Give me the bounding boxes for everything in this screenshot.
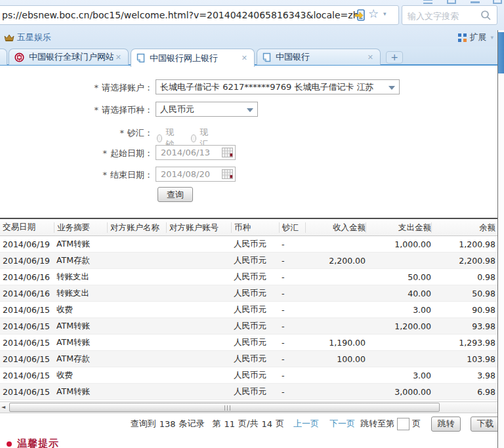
table-row[interactable]: 2014/06/15ATM转账人民币元-3,000.006.98 [0, 384, 504, 400]
account-select[interactable]: 长城电子借记卡 6217******9769 长城电子借记卡 江苏 [156, 79, 400, 94]
table-row[interactable]: 2014/06/15收费人民币元-3.0090.98 [0, 302, 504, 318]
required-mark: * [94, 105, 99, 115]
table-cell: - [279, 338, 305, 348]
tab-boc-portal[interactable]: 中国银行全球门户网站 ✕ [9, 49, 129, 65]
end-date-value: 2014/08/20 [161, 169, 210, 179]
table-row[interactable]: 2014/06/15ATM存款人民币元-100.00103.98 [0, 351, 504, 367]
table-cell: 103.98 [431, 354, 495, 364]
new-tab-button[interactable]: + [386, 51, 403, 64]
address-bar[interactable]: ps://ebsnew.boc.cn/boc15/welcome.html?v=… [0, 5, 399, 25]
record-count: 138 [159, 419, 176, 429]
pagination-bar: 查询到 138 条记录 第 11 页/共 14 页 上一页 下一页 跳转至第 页… [131, 416, 500, 432]
tab-label[interactable]: 中国银行网上银行 [150, 52, 218, 64]
end-date-input[interactable]: 2014/08/20 [156, 167, 236, 182]
url-text[interactable]: ps://ebsnew.boc.cn/boc15/welcome.html?v=… [2, 10, 359, 20]
calendar-icon[interactable] [222, 148, 233, 157]
table-row[interactable]: 2014/06/15ATM转账人民币元-1,190.001,293.98 [0, 335, 504, 351]
required-mark: * [103, 148, 108, 158]
search-placeholder: 输入文字搜索 [408, 10, 459, 22]
prev-page-link[interactable]: 上一页 [293, 418, 319, 430]
tab-boc-online-banking-active[interactable]: 中国银行网上银行 ✕ [131, 49, 255, 67]
download-button[interactable]: 下载 [471, 417, 500, 432]
browser-toolbar: ps://ebsnew.boc.cn/boc15/welcome.html?v=… [0, 0, 504, 47]
table-row[interactable]: 2014/06/16转账支出人民币元-40.0050.98 [0, 285, 504, 302]
extensions-button[interactable]: 扩展 ▾ [458, 31, 494, 43]
restore-window-icon[interactable] [447, 0, 456, 4]
table-cell: 2014/06/19 [3, 256, 54, 266]
table-cell: 40.00 [366, 289, 431, 298]
table-row[interactable]: 2014/06/19ATM存款人民币元-2,200.002,200.98 [0, 253, 504, 269]
currency-select[interactable]: 人民币元 [156, 102, 258, 117]
table-cell: - [279, 321, 305, 331]
tab-label[interactable]: 中国银行 [276, 51, 310, 63]
close-tab-icon[interactable]: ✕ [114, 53, 123, 62]
table-cell: 2014/06/15 [3, 387, 54, 397]
jump-prefix: 跳转至第 [360, 418, 394, 430]
tab-label[interactable]: 中国银行全球门户网站 [29, 51, 114, 63]
tab-strip: 中国银行全球门户网站 ✕ 中国银行网上银行 ✕ 中国银行 ✕ + [0, 47, 504, 66]
table-row[interactable]: 2014/06/15ATM转账人民币元-1,200.0093.98 [0, 318, 504, 335]
vertical-scrollbar[interactable] [497, 30, 504, 448]
start-date-value: 2014/06/13 [161, 148, 210, 157]
transactions-table: 交易日期业务摘要对方账户名称对方账户账号币种钞汇收入金额支出金额余额 2014/… [0, 218, 504, 400]
favorite-star-icon[interactable]: ☆ [368, 7, 379, 20]
radio-icon[interactable] [157, 134, 162, 142]
table-row[interactable]: 2014/06/19ATM转账人民币元-1,000.001,200.98 [0, 236, 504, 253]
table-cell: 人民币元 [231, 239, 279, 250]
table-cell: 1,200.00 [366, 321, 431, 331]
favorite-dropdown-icon[interactable]: ▾ [383, 10, 387, 17]
query-button[interactable]: 查询 [158, 187, 193, 202]
table-cell: 1,200.98 [431, 239, 495, 249]
table-cell: 人民币元 [231, 321, 279, 332]
scrollbar-grip-icon [224, 405, 232, 411]
bookmark-item[interactable]: 五星娱乐 [4, 31, 51, 43]
maximize-icon[interactable] [493, 0, 502, 4]
jump-button[interactable]: 跳转 [431, 417, 461, 432]
jump-page-input[interactable] [397, 418, 410, 430]
table-cell: 2,200.00 [305, 256, 366, 266]
extensions-label[interactable]: 扩展 [469, 31, 486, 43]
of-label: 页/共 [238, 418, 258, 430]
close-tab-icon[interactable]: ✕ [240, 54, 249, 62]
currency-label: *请选择币种： [0, 104, 153, 116]
table-cell: ATM转账 [54, 239, 107, 250]
tips-section: 温馨提示 [7, 438, 59, 448]
table-cell: 2014/06/15 [3, 338, 54, 348]
send-to-phone-icon[interactable] [354, 9, 365, 21]
extensions-dropdown-icon[interactable]: ▾ [490, 34, 494, 41]
next-page-link[interactable]: 下一页 [329, 418, 355, 430]
bookmark-label[interactable]: 五星娱乐 [17, 31, 51, 43]
chevron-down-icon[interactable] [388, 86, 395, 90]
tab-boc[interactable]: 中国银行 ✕ [257, 49, 381, 65]
vertical-scrollbar-thumb[interactable] [498, 32, 504, 73]
radio-icon[interactable] [191, 134, 196, 142]
close-tab-icon[interactable]: ✕ [366, 53, 375, 62]
jump-suffix: 页 [412, 418, 421, 430]
table-cell: 100.00 [305, 354, 366, 364]
chevron-down-icon[interactable] [247, 108, 253, 112]
tab-partial[interactable] [0, 49, 7, 65]
search-icon[interactable] [480, 10, 492, 21]
records-suffix: 条记录 [179, 418, 205, 430]
table-row[interactable]: 2014/06/16转账支出人民币元-50.000.98 [0, 269, 504, 285]
required-mark: * [103, 170, 108, 180]
table-cell: 2014/06/15 [3, 354, 54, 364]
table-row[interactable]: 2014/06/15收费人民币元-3.003.98 [0, 367, 504, 384]
table-cell: 2014/06/15 [3, 305, 54, 315]
search-input[interactable]: 输入文字搜索 [402, 5, 497, 25]
minimize-icon[interactable] [471, 0, 480, 4]
horizontal-scrollbar[interactable]: ◄ ► [0, 401, 504, 413]
table-cell: 转账支出 [54, 288, 107, 299]
table-cell: 人民币元 [231, 272, 279, 283]
table-cell: 1,190.00 [305, 338, 366, 348]
menu-icon[interactable] [423, 0, 432, 4]
total-pages: 14 [261, 419, 272, 429]
table-cell: ATM转账 [54, 321, 107, 332]
table-cell: 3.98 [431, 371, 495, 380]
start-date-input[interactable]: 2014/06/13 [156, 145, 236, 160]
table-cell: - [279, 272, 305, 282]
scroll-left-icon[interactable]: ◄ [1, 404, 5, 410]
table-cell: 2014/06/15 [3, 371, 54, 380]
calendar-icon[interactable] [222, 169, 233, 179]
horizontal-scrollbar-thumb[interactable] [9, 403, 440, 412]
